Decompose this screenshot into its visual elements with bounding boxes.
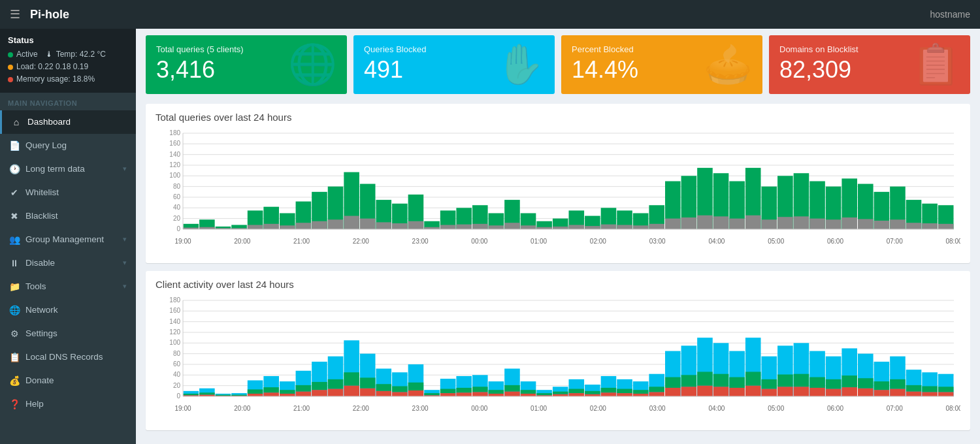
- nav-label-query-log: Query Log: [25, 140, 67, 150]
- nav-label-whitelist: Whitelist: [25, 187, 59, 197]
- temp-label: Temp: 42.2 °C: [56, 48, 106, 61]
- nav-icon-blacklist: ✖: [9, 211, 20, 221]
- status-title: Status: [8, 35, 128, 45]
- queries-chart-section: Total queries over last 24 hours: [146, 104, 970, 263]
- sidebar-item-long-term-data[interactable]: 🕐 Long term data ▾: [0, 157, 136, 181]
- sidebar-item-query-log[interactable]: 📄 Query Log: [0, 134, 136, 157]
- nav-icon-settings: ⚙: [9, 328, 20, 339]
- sidebar-item-dashboard[interactable]: ⌂ Dashboard: [0, 110, 136, 134]
- stat-card-total-queries: Total queries (5 clients) 3,416 🌐: [146, 35, 347, 94]
- nav-label-dashboard: Dashboard: [27, 117, 71, 127]
- nav-label-tools: Tools: [25, 281, 46, 291]
- active-label: Active: [16, 48, 38, 61]
- nav-label-disable: Disable: [25, 258, 55, 268]
- top-navbar: ☰ Pi-hole hostname: [0, 0, 980, 29]
- sidebar-item-local-dns[interactable]: 📋 Local DNS Records: [0, 345, 136, 369]
- nav-icon-network: 🌐: [9, 305, 20, 315]
- chevron-icon-disable: ▾: [123, 259, 127, 267]
- nav-icon-long-term-data: 🕐: [9, 164, 20, 174]
- memory-dot: [8, 77, 13, 82]
- clients-chart-title: Client activity over last 24 hours: [155, 279, 960, 290]
- clients-chart-canvas: [155, 295, 960, 416]
- sidebar-item-whitelist[interactable]: ✔ Whitelist: [0, 181, 136, 204]
- sidebar-item-donate[interactable]: 💰 Donate: [0, 369, 136, 392]
- nav-label-network: Network: [25, 305, 58, 315]
- queries-chart-container: [155, 128, 960, 255]
- chevron-icon-tools: ▾: [123, 282, 127, 291]
- stat-icon-total-queries: 🌐: [288, 45, 337, 84]
- sidebar: Status Active 🌡 Temp: 42.2 °C Load: 0.22…: [0, 29, 136, 444]
- chevron-icon-long-term-data: ▾: [123, 165, 127, 173]
- active-dot: [8, 52, 13, 57]
- nav-label-donate: Donate: [25, 375, 54, 385]
- nav-items-container: ⌂ Dashboard 📄 Query Log 🕐 Long term data…: [0, 110, 136, 416]
- stat-card-domains-blocklist: Domains on Blocklist 82,309 📋: [769, 35, 970, 94]
- nav-icon-disable: ⏸: [9, 258, 20, 268]
- nav-label-settings: Settings: [25, 328, 57, 338]
- nav-icon-query-log: 📄: [9, 140, 20, 151]
- brand-logo: Pi-hole: [30, 8, 69, 22]
- nav-icon-group-management: 👥: [9, 234, 20, 245]
- nav-icon-tools: 📁: [9, 281, 20, 292]
- sidebar-item-blacklist[interactable]: ✖ Blacklist: [0, 204, 136, 228]
- sidebar-item-network[interactable]: 🌐 Network: [0, 298, 136, 322]
- sidebar-item-disable[interactable]: ⏸ Disable ▾: [0, 251, 136, 275]
- nav-icon-dashboard: ⌂: [11, 117, 22, 127]
- main-content: Total queries (5 clients) 3,416 🌐 Querie…: [136, 29, 980, 444]
- nav-section-label: MAIN NAVIGATION: [0, 93, 136, 110]
- nav-icon-donate: 💰: [9, 375, 20, 386]
- stat-card-percent-blocked: Percent Blocked 14.4% 🥧: [561, 35, 762, 94]
- nav-label-blacklist: Blacklist: [25, 211, 58, 221]
- clients-chart-section: Client activity over last 24 hours: [146, 271, 970, 430]
- chevron-icon-group-management: ▾: [123, 235, 127, 244]
- stat-icon-percent-blocked: 🥧: [704, 45, 753, 84]
- sidebar-item-settings[interactable]: ⚙ Settings: [0, 322, 136, 345]
- sidebar-item-tools[interactable]: 📁 Tools ▾: [0, 275, 136, 298]
- nav-label-group-management: Group Management: [25, 234, 104, 244]
- nav-label-long-term-data: Long term data: [25, 164, 85, 174]
- load-label: Load: 0.22 0.18 0.19: [16, 61, 88, 73]
- sidebar-item-help[interactable]: ❓ Help: [0, 392, 136, 416]
- memory-label: Memory usage: 18.8%: [16, 73, 95, 86]
- sidebar-item-group-management[interactable]: 👥 Group Management ▾: [0, 228, 136, 251]
- hamburger-menu[interactable]: ☰: [10, 7, 20, 22]
- stat-icon-queries-blocked: ✋: [496, 45, 545, 84]
- hostname-label: hostname: [930, 9, 970, 20]
- nav-icon-help: ❓: [9, 399, 20, 409]
- nav-label-help: Help: [25, 399, 44, 409]
- stat-icon-domains-blocklist: 📋: [911, 45, 960, 84]
- clients-chart-container: [155, 295, 960, 422]
- nav-icon-local-dns: 📋: [9, 352, 20, 362]
- queries-chart-canvas: [155, 128, 960, 249]
- load-dot: [8, 65, 13, 70]
- stats-row: Total queries (5 clients) 3,416 🌐 Querie…: [146, 35, 970, 94]
- stat-card-queries-blocked: Queries Blocked 491 ✋: [353, 35, 555, 94]
- status-panel: Status Active 🌡 Temp: 42.2 °C Load: 0.22…: [0, 29, 136, 93]
- queries-chart-title: Total queries over last 24 hours: [155, 112, 960, 123]
- nav-label-local-dns: Local DNS Records: [25, 352, 103, 362]
- nav-icon-whitelist: ✔: [9, 187, 20, 198]
